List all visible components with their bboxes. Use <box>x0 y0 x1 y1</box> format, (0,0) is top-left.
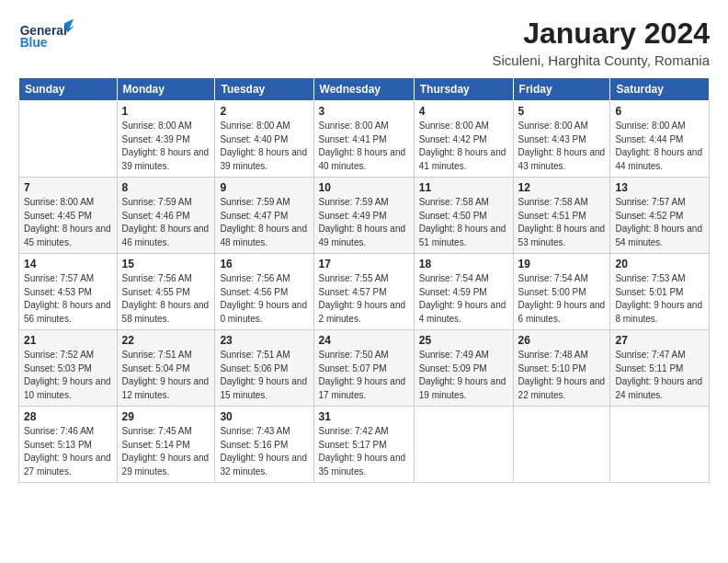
calendar-week-1: 1Sunrise: 8:00 AMSunset: 4:39 PMDaylight… <box>19 101 710 178</box>
calendar-cell: 13Sunrise: 7:57 AMSunset: 4:52 PMDayligh… <box>610 178 710 254</box>
day-detail: Sunrise: 7:57 AMSunset: 4:52 PMDaylight:… <box>615 196 704 249</box>
day-number: 28 <box>24 410 112 423</box>
calendar-cell: 17Sunrise: 7:55 AMSunset: 4:57 PMDayligh… <box>313 254 414 330</box>
day-number: 10 <box>319 181 409 194</box>
calendar-table: SundayMondayTuesdayWednesdayThursdayFrid… <box>18 77 710 483</box>
logo-area: General Blue <box>18 17 74 53</box>
calendar-week-4: 21Sunrise: 7:52 AMSunset: 5:03 PMDayligh… <box>19 330 710 407</box>
day-detail: Sunrise: 7:47 AMSunset: 5:11 PMDaylight:… <box>615 349 704 402</box>
day-detail: Sunrise: 7:54 AMSunset: 4:59 PMDaylight:… <box>419 272 508 326</box>
day-detail: Sunrise: 7:59 AMSunset: 4:47 PMDaylight:… <box>220 196 308 249</box>
day-number: 29 <box>122 410 210 423</box>
day-detail: Sunrise: 7:51 AMSunset: 5:04 PMDaylight:… <box>122 349 210 402</box>
weekday-header-saturday: Saturday <box>610 78 710 101</box>
day-number: 27 <box>615 334 704 347</box>
day-number: 14 <box>24 258 112 270</box>
weekday-header-wednesday: Wednesday <box>313 78 414 101</box>
day-number: 17 <box>319 258 409 270</box>
svg-text:Blue: Blue <box>20 36 48 50</box>
calendar-week-5: 28Sunrise: 7:46 AMSunset: 5:13 PMDayligh… <box>19 407 710 483</box>
day-number: 20 <box>615 258 704 270</box>
day-detail: Sunrise: 7:57 AMSunset: 4:53 PMDaylight:… <box>24 272 112 326</box>
day-detail: Sunrise: 7:42 AMSunset: 5:17 PMDaylight:… <box>319 425 409 478</box>
day-detail: Sunrise: 7:56 AMSunset: 4:55 PMDaylight:… <box>122 272 210 326</box>
calendar-cell: 3Sunrise: 8:00 AMSunset: 4:41 PMDaylight… <box>313 101 414 178</box>
day-number: 9 <box>220 181 308 194</box>
calendar-cell: 8Sunrise: 7:59 AMSunset: 4:46 PMDaylight… <box>117 178 215 254</box>
day-number: 19 <box>518 258 606 270</box>
day-detail: Sunrise: 7:45 AMSunset: 5:14 PMDaylight:… <box>122 425 210 478</box>
calendar-cell: 10Sunrise: 7:59 AMSunset: 4:49 PMDayligh… <box>313 178 414 254</box>
day-number: 21 <box>24 334 112 347</box>
day-number: 30 <box>220 410 308 423</box>
day-number: 24 <box>319 334 409 347</box>
calendar-cell: 5Sunrise: 8:00 AMSunset: 4:43 PMDaylight… <box>513 101 610 178</box>
svg-text:General: General <box>20 24 67 38</box>
month-title: January 2024 <box>492 17 710 51</box>
day-detail: Sunrise: 7:46 AMSunset: 5:13 PMDaylight:… <box>24 425 112 478</box>
day-detail: Sunrise: 8:00 AMSunset: 4:45 PMDaylight:… <box>24 196 112 249</box>
day-detail: Sunrise: 7:50 AMSunset: 5:07 PMDaylight:… <box>319 349 409 402</box>
calendar-cell: 18Sunrise: 7:54 AMSunset: 4:59 PMDayligh… <box>414 254 513 330</box>
calendar-cell <box>610 407 710 483</box>
day-detail: Sunrise: 7:43 AMSunset: 5:16 PMDaylight:… <box>220 425 308 478</box>
calendar-week-2: 7Sunrise: 8:00 AMSunset: 4:45 PMDaylight… <box>19 178 710 254</box>
day-detail: Sunrise: 7:56 AMSunset: 4:56 PMDaylight:… <box>220 272 308 326</box>
day-number: 31 <box>319 410 409 423</box>
day-detail: Sunrise: 7:54 AMSunset: 5:00 PMDaylight:… <box>518 272 606 326</box>
calendar-cell: 31Sunrise: 7:42 AMSunset: 5:17 PMDayligh… <box>313 407 414 483</box>
calendar-cell: 22Sunrise: 7:51 AMSunset: 5:04 PMDayligh… <box>117 330 215 407</box>
calendar-cell: 19Sunrise: 7:54 AMSunset: 5:00 PMDayligh… <box>513 254 610 330</box>
day-detail: Sunrise: 7:53 AMSunset: 5:01 PMDaylight:… <box>615 272 704 326</box>
day-number: 1 <box>122 105 210 118</box>
calendar-cell: 2Sunrise: 8:00 AMSunset: 4:40 PMDaylight… <box>215 101 313 178</box>
calendar-cell: 6Sunrise: 8:00 AMSunset: 4:44 PMDaylight… <box>610 101 710 178</box>
calendar-cell: 23Sunrise: 7:51 AMSunset: 5:06 PMDayligh… <box>215 330 313 407</box>
title-area: January 2024 Siculeni, Harghita County, … <box>492 17 710 68</box>
calendar-cell: 14Sunrise: 7:57 AMSunset: 4:53 PMDayligh… <box>19 254 118 330</box>
calendar-cell: 16Sunrise: 7:56 AMSunset: 4:56 PMDayligh… <box>215 254 313 330</box>
weekday-header-monday: Monday <box>117 78 215 101</box>
weekday-header-row: SundayMondayTuesdayWednesdayThursdayFrid… <box>19 78 710 101</box>
weekday-header-thursday: Thursday <box>414 78 513 101</box>
day-detail: Sunrise: 7:52 AMSunset: 5:03 PMDaylight:… <box>24 349 112 402</box>
day-number: 22 <box>122 334 210 347</box>
calendar-cell: 9Sunrise: 7:59 AMSunset: 4:47 PMDaylight… <box>215 178 313 254</box>
calendar-cell: 28Sunrise: 7:46 AMSunset: 5:13 PMDayligh… <box>19 407 118 483</box>
weekday-header-friday: Friday <box>513 78 610 101</box>
calendar-cell: 27Sunrise: 7:47 AMSunset: 5:11 PMDayligh… <box>610 330 710 407</box>
day-number: 25 <box>419 334 508 347</box>
calendar-cell: 24Sunrise: 7:50 AMSunset: 5:07 PMDayligh… <box>313 330 414 407</box>
day-number: 7 <box>24 181 112 194</box>
day-number: 16 <box>220 258 308 270</box>
day-number: 4 <box>419 105 508 118</box>
calendar-cell: 7Sunrise: 8:00 AMSunset: 4:45 PMDaylight… <box>19 178 118 254</box>
day-number: 13 <box>615 181 704 194</box>
day-number: 18 <box>419 258 508 270</box>
day-detail: Sunrise: 7:59 AMSunset: 4:49 PMDaylight:… <box>319 196 409 249</box>
calendar-cell: 30Sunrise: 7:43 AMSunset: 5:16 PMDayligh… <box>215 407 313 483</box>
weekday-header-sunday: Sunday <box>19 78 118 101</box>
header: General Blue January 2024 Siculeni, Harg… <box>18 17 710 68</box>
calendar-cell: 11Sunrise: 7:58 AMSunset: 4:50 PMDayligh… <box>414 178 513 254</box>
day-detail: Sunrise: 7:51 AMSunset: 5:06 PMDaylight:… <box>220 349 308 402</box>
day-number: 11 <box>419 181 508 194</box>
day-detail: Sunrise: 7:49 AMSunset: 5:09 PMDaylight:… <box>419 349 508 402</box>
calendar-cell: 12Sunrise: 7:58 AMSunset: 4:51 PMDayligh… <box>513 178 610 254</box>
day-number: 26 <box>518 334 606 347</box>
calendar-cell: 4Sunrise: 8:00 AMSunset: 4:42 PMDaylight… <box>414 101 513 178</box>
calendar-cell <box>513 407 610 483</box>
day-number: 15 <box>122 258 210 270</box>
day-detail: Sunrise: 7:55 AMSunset: 4:57 PMDaylight:… <box>319 272 409 326</box>
day-number: 8 <box>122 181 210 194</box>
day-detail: Sunrise: 7:58 AMSunset: 4:50 PMDaylight:… <box>419 196 508 249</box>
calendar-cell: 1Sunrise: 8:00 AMSunset: 4:39 PMDaylight… <box>117 101 215 178</box>
calendar-cell: 26Sunrise: 7:48 AMSunset: 5:10 PMDayligh… <box>513 330 610 407</box>
calendar-cell: 25Sunrise: 7:49 AMSunset: 5:09 PMDayligh… <box>414 330 513 407</box>
day-detail: Sunrise: 7:58 AMSunset: 4:51 PMDaylight:… <box>518 196 606 249</box>
page: General Blue January 2024 Siculeni, Harg… <box>0 0 728 563</box>
logo-icon: General Blue <box>18 17 74 53</box>
day-detail: Sunrise: 8:00 AMSunset: 4:44 PMDaylight:… <box>615 120 704 173</box>
calendar-cell: 15Sunrise: 7:56 AMSunset: 4:55 PMDayligh… <box>117 254 215 330</box>
logo-wrapper: General Blue <box>18 17 74 53</box>
